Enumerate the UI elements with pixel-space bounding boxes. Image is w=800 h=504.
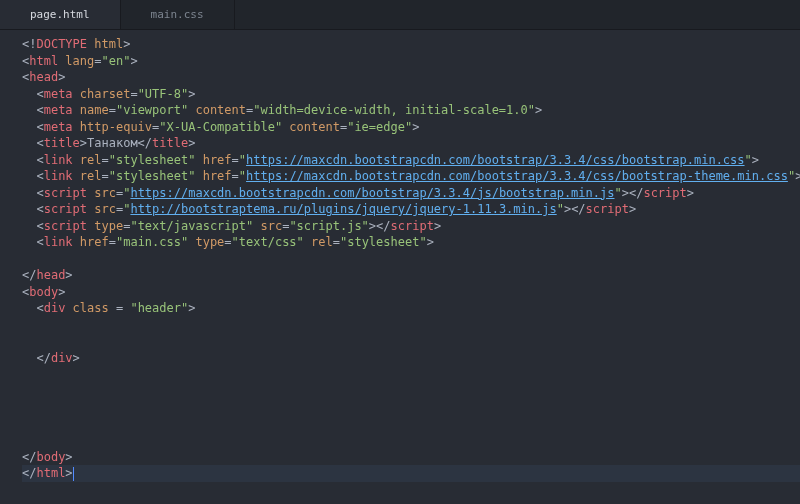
code-line[interactable]: <script src="http://bootstraptema.ru/plu… xyxy=(22,201,800,218)
code-line[interactable]: <meta charset="UTF-8"> xyxy=(22,86,800,103)
tab-page-html[interactable]: page.html xyxy=(0,0,121,29)
text-cursor xyxy=(73,467,74,481)
tab-bar: page.html main.css xyxy=(0,0,800,30)
code-line[interactable]: <div class = "header"> xyxy=(22,300,800,317)
code-line[interactable] xyxy=(22,251,800,268)
code-line[interactable]: <title>Танаком</title> xyxy=(22,135,800,152)
tab-main-css[interactable]: main.css xyxy=(121,0,235,29)
code-line[interactable] xyxy=(22,383,800,400)
code-editor[interactable]: <!DOCTYPE html><html lang="en"><head> <m… xyxy=(0,30,800,488)
code-line[interactable]: <script type="text/javascript" src="scri… xyxy=(22,218,800,235)
code-line[interactable] xyxy=(22,416,800,433)
code-line[interactable]: </div> xyxy=(22,350,800,367)
code-line[interactable]: <html lang="en"> xyxy=(22,53,800,70)
code-line[interactable]: <head> xyxy=(22,69,800,86)
code-line[interactable]: <script src="https://maxcdn.bootstrapcdn… xyxy=(22,185,800,202)
tab-label: page.html xyxy=(30,8,90,21)
code-line[interactable]: <link href="main.css" type="text/css" re… xyxy=(22,234,800,251)
code-line[interactable] xyxy=(22,333,800,350)
code-line[interactable]: </body> xyxy=(22,449,800,466)
tab-label: main.css xyxy=(151,8,204,21)
code-line[interactable]: <body> xyxy=(22,284,800,301)
code-line[interactable]: </head> xyxy=(22,267,800,284)
code-line[interactable] xyxy=(22,432,800,449)
code-line[interactable]: <meta name="viewport" content="width=dev… xyxy=(22,102,800,119)
code-line[interactable]: <meta http-equiv="X-UA-Compatible" conte… xyxy=(22,119,800,136)
code-line[interactable]: <!DOCTYPE html> xyxy=(22,36,800,53)
code-line[interactable]: <link rel="stylesheet" href="https://max… xyxy=(22,168,800,185)
code-line[interactable] xyxy=(22,399,800,416)
code-line[interactable] xyxy=(22,317,800,334)
code-line[interactable]: <link rel="stylesheet" href="https://max… xyxy=(22,152,800,169)
code-line[interactable] xyxy=(22,366,800,383)
code-line[interactable]: </html> xyxy=(22,465,800,482)
